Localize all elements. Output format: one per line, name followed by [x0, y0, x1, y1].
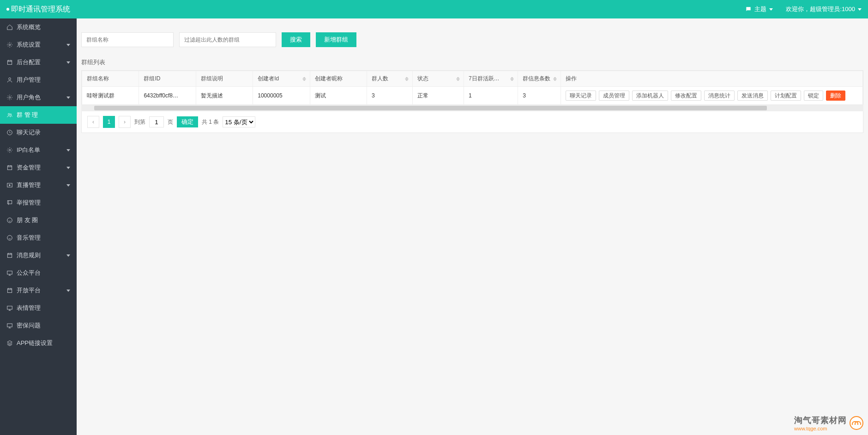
jump-page-input[interactable]: [149, 116, 164, 127]
sidebar-item-label: 密保问题: [17, 321, 41, 330]
sidebar-item-label: 朋 友 圈: [17, 216, 38, 224]
sidebar-item-8[interactable]: 资金管理: [0, 159, 77, 176]
sidebar-item-label: 开放平台: [17, 286, 41, 295]
col-header-5[interactable]: 群人数: [367, 71, 413, 87]
cell: 1: [464, 87, 518, 105]
user-menu[interactable]: 欢迎你，超级管理员:1000: [786, 5, 862, 13]
op-button[interactable]: 消息统计: [704, 91, 735, 101]
svg-point-2: [9, 78, 11, 80]
page-size-select[interactable]: 15 条/页: [223, 116, 255, 127]
sort-icon: [553, 77, 557, 81]
watermark-text: 淘气哥素材网 www.tqge.com: [794, 415, 847, 431]
monitor-icon: [6, 305, 13, 311]
brand-dot-icon: [6, 8, 9, 11]
jump-confirm-button[interactable]: 确定: [177, 116, 198, 127]
next-page-button[interactable]: ›: [119, 116, 131, 128]
cell: 暂无描述: [196, 87, 253, 105]
smile-icon: [6, 235, 13, 241]
calendar-icon: [6, 287, 13, 294]
theme-switch[interactable]: 主题: [745, 5, 773, 13]
caret-down-icon: [858, 8, 862, 11]
calendar-icon: [6, 252, 13, 259]
prev-page-button[interactable]: ‹: [87, 116, 99, 128]
sidebar-item-label: 用户角色: [17, 93, 41, 102]
topbar-right: 主题 欢迎你，超级管理员:1000: [745, 5, 862, 13]
sidebar-item-label: 公众平台: [17, 269, 41, 277]
svg-rect-14: [7, 271, 12, 274]
op-button[interactable]: 成员管理: [599, 91, 629, 101]
watermark: 淘气哥素材网 www.tqge.com: [794, 415, 863, 431]
sidebar-item-0[interactable]: 系统概览: [0, 18, 77, 36]
page-number[interactable]: 1: [103, 116, 115, 128]
svg-point-5: [10, 114, 12, 115]
clock-icon: [6, 129, 13, 136]
layers-icon: [6, 340, 13, 346]
sidebar-item-5[interactable]: 群 管 理: [0, 106, 77, 124]
horizontal-scrollbar[interactable]: [81, 105, 863, 111]
svg-rect-1: [7, 60, 12, 65]
sidebar-item-label: 表情管理: [17, 304, 41, 312]
sidebar-item-label: 用户管理: [17, 76, 41, 84]
col-header-1: 群组ID: [139, 71, 196, 87]
cell: 正常: [412, 87, 464, 105]
col-header-8[interactable]: 群信息条数: [518, 71, 561, 87]
sidebar-item-10[interactable]: 举报管理: [0, 194, 77, 211]
group-icon: [6, 112, 13, 118]
sidebar-item-3[interactable]: 用户管理: [0, 71, 77, 89]
sidebar-item-9[interactable]: 直播管理: [0, 176, 77, 194]
svg-rect-17: [7, 324, 12, 327]
sidebar-item-14[interactable]: 公众平台: [0, 264, 77, 282]
sidebar-item-15[interactable]: 开放平台: [0, 282, 77, 299]
col-header-0: 群组名称: [82, 71, 139, 87]
cell: 哇呀测试群: [82, 87, 139, 105]
svg-point-12: [7, 236, 12, 241]
sidebar-item-16[interactable]: 表情管理: [0, 299, 77, 317]
sidebar-item-13[interactable]: 消息规则: [0, 247, 77, 264]
group-table: 群组名称群组ID群组说明创建者Id创建者昵称群人数状态7日群活跃…群信息条数操作…: [81, 70, 863, 105]
search-button[interactable]: 搜索: [282, 32, 310, 47]
table-row: 哇呀测试群6432bff0cf8…暂无描述10000005测试3正常13聊天记录…: [82, 87, 863, 105]
svg-rect-10: [7, 200, 12, 204]
op-button[interactable]: 锁定: [804, 91, 823, 101]
op-button[interactable]: 聊天记录: [566, 91, 596, 101]
monitor-icon: [6, 270, 13, 276]
add-group-button[interactable]: 新增群组: [316, 32, 356, 47]
op-button[interactable]: 修改配置: [671, 91, 701, 101]
sidebar: 系统概览系统设置后台配置用户管理用户角色群 管 理聊天记录IP白名单资金管理直播…: [0, 18, 77, 435]
sidebar-item-11[interactable]: 朋 友 圈: [0, 211, 77, 229]
sidebar-item-1[interactable]: 系统设置: [0, 36, 77, 54]
watermark-face-icon: [850, 416, 863, 430]
cell: 3: [367, 87, 413, 105]
jump-label: 到第: [134, 118, 145, 126]
sidebar-item-17[interactable]: 密保问题: [0, 317, 77, 334]
gear-icon: [6, 147, 13, 153]
svg-point-3: [9, 97, 11, 98]
svg-rect-16: [7, 306, 12, 309]
sidebar-item-4[interactable]: 用户角色: [0, 89, 77, 106]
sidebar-item-12[interactable]: 音乐管理: [0, 229, 77, 247]
op-button[interactable]: 添加机器人: [632, 91, 668, 101]
member-filter-input[interactable]: [179, 32, 276, 47]
col-header-7[interactable]: 7日群活跃…: [464, 71, 518, 87]
sidebar-item-7[interactable]: IP白名单: [0, 141, 77, 159]
calendar-icon: [6, 59, 13, 66]
smile-icon: [6, 217, 13, 224]
sidebar-item-label: 直播管理: [17, 181, 41, 189]
col-header-6[interactable]: 状态: [412, 71, 464, 87]
col-header-3[interactable]: 创建者Id: [253, 71, 310, 87]
sidebar-item-2[interactable]: 后台配置: [0, 54, 77, 71]
group-name-input[interactable]: [81, 32, 174, 47]
caret-down-icon: [769, 8, 773, 11]
op-button[interactable]: 发送消息: [737, 91, 768, 101]
cell: 6432bff0cf8…: [139, 87, 196, 105]
op-button[interactable]: 计划配置: [771, 91, 801, 101]
delete-button[interactable]: 删除: [826, 91, 845, 101]
sidebar-item-6[interactable]: 聊天记录: [0, 124, 77, 141]
panel-title: 群组列表: [77, 58, 868, 70]
sidebar-item-18[interactable]: APP链接设置: [0, 334, 77, 352]
svg-rect-8: [7, 166, 12, 170]
main-content: 搜索 新增群组 群组列表 群组名称群组ID群组说明创建者Id创建者昵称群人数状态…: [77, 18, 868, 435]
user-icon: [6, 77, 13, 83]
svg-rect-13: [7, 254, 12, 258]
scrollbar-thumb[interactable]: [94, 106, 767, 110]
